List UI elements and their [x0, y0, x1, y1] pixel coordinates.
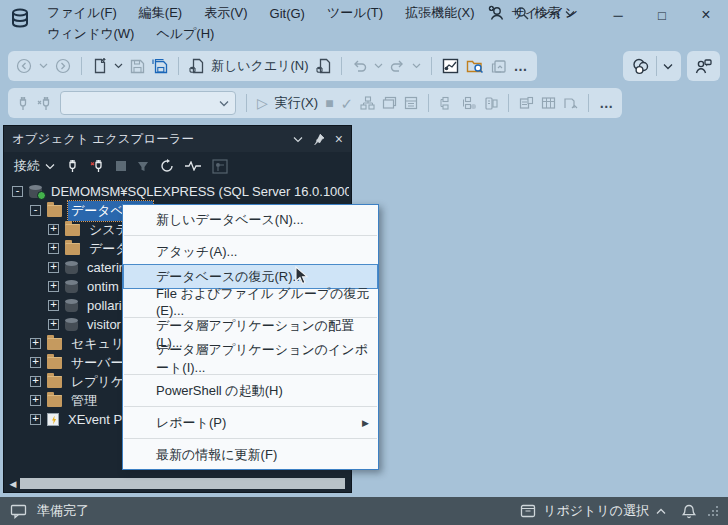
message-icon[interactable]: [10, 504, 27, 519]
menu-item-import-dac[interactable]: データ層アプリケーションのインポート(I)...: [123, 346, 378, 371]
new-file-dropdown-icon[interactable]: [114, 63, 123, 69]
collapse-icon[interactable]: -: [12, 186, 23, 197]
table-view-icon[interactable]: [541, 96, 556, 110]
menu-git[interactable]: Git(G): [259, 4, 316, 23]
menu-extensions[interactable]: 拡張機能(X): [394, 2, 485, 24]
open-query-icon[interactable]: [316, 58, 331, 74]
indent-icon[interactable]: [461, 96, 477, 110]
expand-icon[interactable]: +: [48, 281, 59, 292]
expand-icon[interactable]: +: [48, 319, 59, 330]
menu-window[interactable]: ウィンドウ(W): [36, 23, 145, 45]
database-icon: [65, 264, 78, 274]
panel-options-chevron-icon[interactable]: [293, 136, 303, 143]
sqlcmd-icon[interactable]: [484, 96, 498, 111]
oe-disconnect-icon[interactable]: [90, 159, 105, 173]
menu-item-reports[interactable]: レポート(P) ▶: [123, 410, 378, 435]
resize-grip[interactable]: [708, 506, 718, 516]
maximize-button[interactable]: □: [640, 0, 684, 30]
connect-dropdown-button[interactable]: 接続: [14, 157, 55, 175]
redo-dropdown-icon[interactable]: [412, 63, 421, 69]
scrollbar-thumb[interactable]: [20, 478, 345, 489]
folder-icon: [65, 224, 80, 236]
save-results-icon[interactable]: [563, 96, 578, 110]
toolbar-right: [623, 51, 720, 81]
expand-icon[interactable]: +: [48, 262, 59, 273]
database-icon: [65, 283, 78, 293]
menu-tools[interactable]: ツール(T): [316, 2, 394, 24]
expand-icon[interactable]: +: [30, 395, 41, 406]
tree-item-label: visitor: [84, 316, 124, 333]
toolbar-separator: [428, 94, 429, 112]
folder-icon: [47, 376, 62, 388]
menu-view[interactable]: 表示(V): [193, 2, 258, 24]
expand-icon[interactable]: +: [30, 414, 41, 425]
redo-icon[interactable]: [390, 60, 405, 73]
menu-item-new-database[interactable]: 新しいデータベース(N)...: [123, 207, 378, 232]
expand-icon[interactable]: +: [30, 357, 41, 368]
pin-icon[interactable]: [313, 133, 325, 146]
toolbar-separator: [431, 57, 432, 75]
accounts-icon: [631, 58, 650, 75]
oe-connect-icon[interactable]: [66, 159, 79, 173]
minimize-button[interactable]: ─: [596, 0, 640, 30]
menu-separator: [124, 406, 377, 407]
display-plan-icon[interactable]: [519, 96, 534, 111]
execute-button[interactable]: 実行(X): [275, 94, 318, 112]
new-query-icon[interactable]: [189, 58, 204, 74]
stop-icon[interactable]: ■: [325, 96, 333, 110]
accounts-button[interactable]: [623, 51, 681, 81]
open-container-icon[interactable]: [491, 59, 507, 74]
notifications-bell-button[interactable]: [682, 504, 696, 519]
save-icon[interactable]: [130, 59, 145, 74]
toolbar-separator: [81, 57, 82, 75]
query-options-icon[interactable]: [382, 96, 397, 110]
folder-icon: [65, 243, 80, 255]
menu-item-start-powershell[interactable]: PowerShell の起動(H): [123, 378, 378, 403]
accounts-dropdown-icon[interactable]: [663, 63, 673, 70]
new-file-icon[interactable]: [92, 58, 107, 74]
new-query-button[interactable]: 新しいクエリ(N): [211, 57, 309, 75]
close-button[interactable]: ×: [684, 0, 728, 30]
menu-item-restore-files[interactable]: File およびファイル グループの復元(E)...: [123, 289, 378, 314]
scroll-left-arrow-icon[interactable]: ◀: [6, 479, 20, 489]
navigate-back-dropdown-icon[interactable]: [39, 63, 48, 69]
results-grid-icon[interactable]: [404, 96, 418, 110]
menu-item-attach[interactable]: アタッチ(A)...: [123, 239, 378, 264]
save-all-icon[interactable]: [152, 58, 168, 74]
menu-edit[interactable]: 編集(E): [128, 2, 193, 24]
collapse-icon[interactable]: -: [30, 205, 41, 216]
menu-file[interactable]: ファイル(F): [36, 2, 128, 24]
repository-select-button[interactable]: リポジトリの選択: [520, 502, 666, 520]
navigate-forward-icon[interactable]: [55, 58, 71, 74]
connect-query-icon[interactable]: [16, 96, 30, 111]
folder-search-icon[interactable]: [466, 58, 484, 74]
panel-close-icon[interactable]: ×: [335, 131, 343, 147]
parse-icon[interactable]: ✓: [341, 96, 354, 111]
change-connection-icon[interactable]: [37, 96, 53, 111]
expand-icon[interactable]: +: [48, 243, 59, 254]
navigate-back-icon[interactable]: [16, 58, 32, 74]
estimated-plan-icon[interactable]: [360, 96, 375, 111]
feedback-button[interactable]: [687, 51, 720, 81]
menu-help[interactable]: ヘルプ(H): [145, 23, 225, 45]
connect-label: 接続: [14, 157, 40, 175]
activity-monitor-icon[interactable]: [442, 58, 459, 74]
sql-toolbar-overflow-button[interactable]: …: [599, 96, 614, 110]
horizontal-scrollbar[interactable]: ◀: [6, 477, 349, 490]
database-selector[interactable]: [60, 91, 236, 115]
expand-icon[interactable]: +: [30, 376, 41, 387]
activity-icon[interactable]: [185, 161, 201, 171]
object-explorer-header[interactable]: オブジェクト エクスプローラー ×: [4, 126, 351, 152]
comment-icon[interactable]: [439, 96, 454, 111]
expand-icon[interactable]: +: [48, 224, 59, 235]
expand-icon[interactable]: +: [30, 338, 41, 349]
expand-icon[interactable]: +: [48, 300, 59, 311]
tree-item-server[interactable]: - DEMOMSM¥SQLEXPRESS (SQL Server 16.0.10…: [4, 182, 349, 201]
undo-icon[interactable]: [352, 60, 367, 73]
toolbar-overflow-button[interactable]: …: [514, 59, 529, 73]
signin-button[interactable]: サインイン: [488, 4, 578, 22]
refresh-icon[interactable]: [160, 159, 174, 173]
menu-item-label: 最新の情報に更新(F): [156, 446, 277, 464]
menu-item-refresh[interactable]: 最新の情報に更新(F): [123, 442, 378, 467]
undo-dropdown-icon[interactable]: [374, 63, 383, 69]
